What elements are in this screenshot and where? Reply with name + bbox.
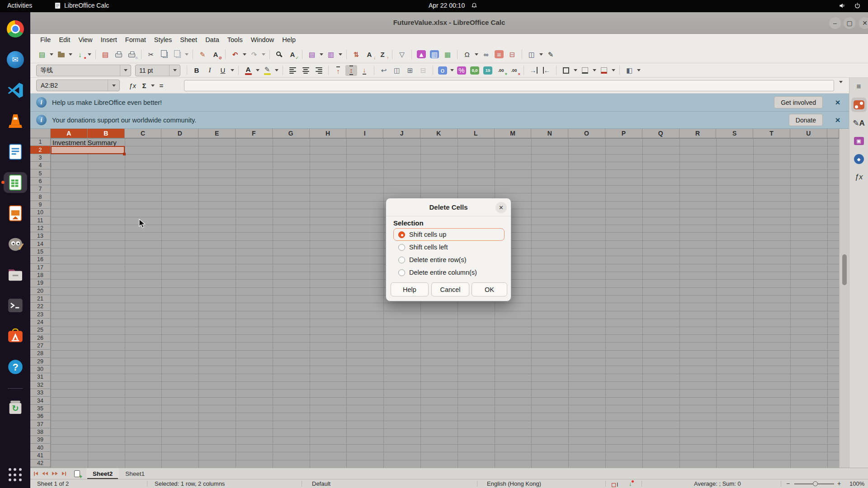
new-document-dropdown-icon[interactable]: [49, 49, 54, 60]
insert-image-icon[interactable]: ▲: [415, 49, 427, 60]
row-header-16[interactable]: 16: [30, 256, 51, 263]
row-header-14[interactable]: 14: [30, 240, 51, 248]
name-box-dropdown[interactable]: [108, 80, 119, 91]
merge-cells-icon[interactable]: ⊞: [404, 65, 416, 76]
row-header-30[interactable]: 30: [30, 366, 51, 373]
align-bottom-icon[interactable]: ↓: [359, 65, 370, 76]
border-color-icon[interactable]: [598, 65, 610, 76]
sort-ascending-icon[interactable]: A↓: [363, 49, 375, 60]
underline-dropdown-icon[interactable]: [230, 65, 235, 76]
column-header-k[interactable]: K: [420, 129, 458, 138]
row-header-21[interactable]: 21: [30, 295, 51, 303]
row-header-17[interactable]: 17: [30, 264, 51, 272]
sidebar-gallery-icon[interactable]: ▣: [851, 134, 867, 148]
row-header-13[interactable]: 13: [30, 232, 51, 240]
border-style-icon[interactable]: [579, 65, 591, 76]
conditional-formatting-dropdown-icon[interactable]: [637, 65, 641, 76]
maximize-button[interactable]: ▢: [844, 17, 855, 29]
column-header-d[interactable]: D: [161, 129, 198, 138]
find-replace-icon[interactable]: [274, 49, 285, 60]
row-header-38[interactable]: 38: [30, 428, 51, 436]
sidebar-settings-icon[interactable]: ≡: [851, 80, 867, 94]
cancel-button[interactable]: Cancel: [431, 282, 469, 296]
increase-indent-icon[interactable]: →: [528, 65, 539, 76]
expand-formula-bar-icon[interactable]: [839, 83, 843, 91]
clock[interactable]: Apr 22 00:10: [429, 2, 465, 9]
dock-help-icon[interactable]: ?: [4, 357, 27, 377]
formula-input-line[interactable]: [184, 80, 834, 91]
row-header-26[interactable]: 26: [30, 334, 51, 342]
row-header-11[interactable]: 11: [30, 216, 51, 224]
column-header-i[interactable]: I: [346, 129, 383, 138]
dock-files-icon[interactable]: [4, 264, 27, 285]
radio-unselected-icon[interactable]: [398, 257, 405, 263]
dock-writer-icon[interactable]: [4, 141, 27, 162]
dock-vlc-icon[interactable]: [4, 111, 27, 131]
status-page-style[interactable]: Default: [312, 479, 330, 488]
cells-area[interactable]: Investment Summary: [51, 138, 839, 468]
menu-tools[interactable]: Tools: [223, 35, 247, 44]
row-header-8[interactable]: 8: [30, 193, 51, 201]
autofilter-icon[interactable]: ▽: [396, 49, 408, 60]
radio-option-delete-entire-column-s-[interactable]: Delete entire column(s): [393, 266, 505, 279]
select-function-sum-icon[interactable]: Σ: [139, 80, 149, 91]
row-header-28[interactable]: 28: [30, 350, 51, 357]
undo-icon[interactable]: ↶: [229, 49, 241, 60]
dock-vscode-icon[interactable]: [4, 80, 27, 101]
undo-dropdown-icon[interactable]: [242, 49, 247, 60]
row-header-15[interactable]: 15: [30, 248, 51, 256]
redo-dropdown-icon[interactable]: [261, 49, 266, 60]
add-sheet-icon[interactable]: [74, 470, 80, 477]
sort-icon[interactable]: ⇅: [350, 49, 362, 60]
last-sheet-icon[interactable]: [62, 470, 66, 477]
font-size-combobox[interactable]: 11 pt: [135, 65, 180, 76]
column-header-m[interactable]: M: [495, 129, 532, 138]
italic-icon[interactable]: I: [204, 65, 216, 76]
status-language[interactable]: English (Hong Kong): [487, 479, 541, 488]
previous-sheet-icon[interactable]: [42, 470, 48, 477]
close-button[interactable]: ✕: [859, 17, 868, 29]
row-header-2[interactable]: 2: [30, 146, 51, 154]
number-format-icon[interactable]: 0,0: [469, 65, 481, 76]
special-character-icon[interactable]: Ω: [461, 49, 473, 60]
font-name-combobox[interactable]: 等线: [36, 65, 131, 76]
row-header-42[interactable]: 42: [30, 460, 51, 467]
first-sheet-icon[interactable]: [34, 470, 38, 477]
pivot-table-icon[interactable]: ▦: [442, 49, 453, 60]
cell-selection[interactable]: [51, 146, 125, 154]
delete-decimal-place-icon[interactable]: .00×: [508, 65, 520, 76]
function-wizard-icon[interactable]: ƒx: [127, 80, 137, 91]
bold-icon[interactable]: B: [191, 65, 203, 76]
row-header-9[interactable]: 9: [30, 201, 51, 209]
border-style-dropdown-icon[interactable]: [592, 65, 597, 76]
print-icon[interactable]: [113, 49, 124, 60]
column-header-f[interactable]: F: [236, 129, 273, 138]
export-pdf-icon[interactable]: ▤: [99, 49, 111, 60]
menu-format[interactable]: Format: [121, 35, 150, 44]
column-header-c[interactable]: C: [125, 129, 162, 138]
status-selection-info[interactable]: Selected: 1 row, 2 columns: [155, 479, 225, 488]
infobar-close-icon[interactable]: ×: [833, 98, 843, 108]
menu-window[interactable]: Window: [247, 35, 278, 44]
donate-button[interactable]: Donate: [789, 114, 823, 126]
new-document-icon[interactable]: ▤: [36, 49, 48, 60]
radio-unselected-icon[interactable]: [398, 244, 405, 251]
menu-edit[interactable]: Edit: [55, 35, 74, 44]
row-header-4[interactable]: 4: [30, 162, 51, 169]
dialog-close-icon[interactable]: ✕: [495, 202, 507, 213]
date-format-icon[interactable]: 15: [482, 65, 494, 76]
row-header-40[interactable]: 40: [30, 444, 51, 451]
document-modified-icon[interactable]: ↓: [629, 480, 632, 487]
headers-footers-icon[interactable]: ⊟: [506, 49, 518, 60]
row-header-19[interactable]: 19: [30, 279, 51, 287]
open-file-icon[interactable]: [55, 49, 67, 60]
column-headers[interactable]: ABCDEFGHIJKLMNOPQRSTU: [51, 129, 839, 138]
radio-option-delete-entire-row-s-[interactable]: Delete entire row(s): [393, 253, 505, 266]
zoom-in-icon[interactable]: +: [837, 479, 841, 488]
power-icon[interactable]: [854, 2, 861, 9]
menu-styles[interactable]: Styles: [150, 35, 176, 44]
center-vertically-icon[interactable]: ↕: [345, 65, 357, 76]
row-header-25[interactable]: 25: [30, 326, 51, 334]
font-size-dropdown-icon[interactable]: [169, 65, 180, 76]
highlight-color-dropdown-icon[interactable]: [274, 65, 279, 76]
